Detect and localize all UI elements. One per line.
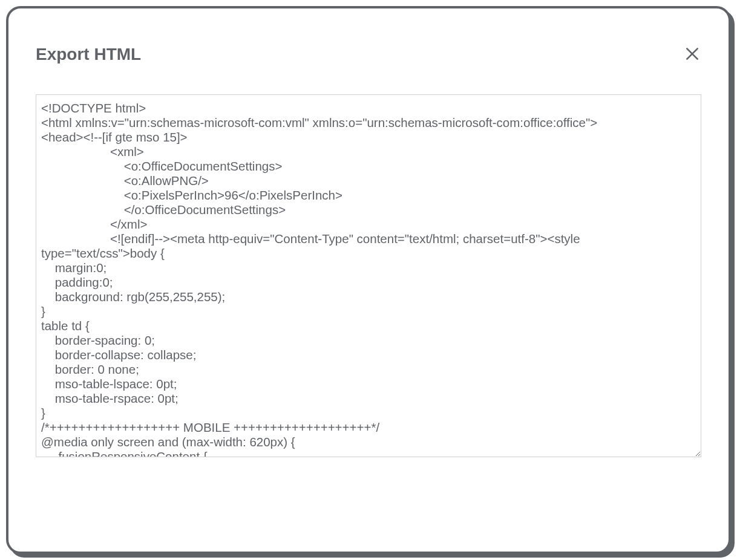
modal-title: Export HTML bbox=[36, 45, 141, 64]
close-icon bbox=[684, 46, 700, 62]
modal-header: Export HTML bbox=[36, 45, 701, 64]
html-code-textarea[interactable]: <!DOCTYPE html> <html xmlns:v="urn:schem… bbox=[36, 94, 701, 457]
close-button[interactable] bbox=[683, 45, 701, 63]
export-html-modal: Export HTML <!DOCTYPE html> <html xmlns:… bbox=[6, 6, 731, 554]
